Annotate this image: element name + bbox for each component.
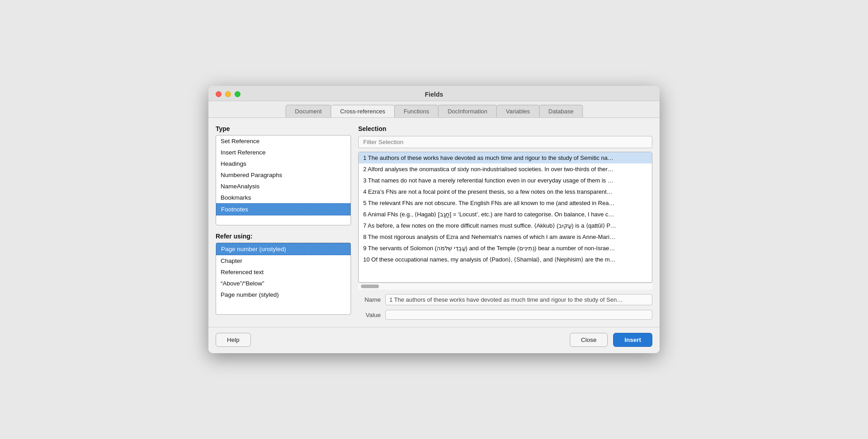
window-title: Fields bbox=[425, 91, 443, 98]
type-label: Type bbox=[216, 125, 351, 132]
selection-item-1[interactable]: 1 The authors of these works have devote… bbox=[359, 152, 652, 163]
refer-item-page-styled[interactable]: Page number (styled) bbox=[216, 289, 351, 300]
maximize-button[interactable] bbox=[235, 91, 240, 97]
tab-database[interactable]: Database bbox=[539, 105, 583, 117]
name-label: Name bbox=[358, 296, 381, 303]
name-row: Name 1 The authors of these works have d… bbox=[358, 294, 652, 305]
insert-button[interactable]: Insert bbox=[613, 333, 652, 347]
selection-label: Selection bbox=[358, 125, 652, 132]
type-item-numbered-paragraphs[interactable]: Numbered Paragraphs bbox=[216, 169, 351, 181]
selection-item-6[interactable]: 6 Animal FNs (e.g., ⟨Hagab⟩ [חָגָב] = ‘L… bbox=[359, 209, 652, 220]
help-button[interactable]: Help bbox=[216, 333, 251, 347]
footer-right-buttons: Close Insert bbox=[570, 333, 652, 347]
type-listbox[interactable]: Set Reference Insert Reference Headings … bbox=[216, 135, 351, 225]
type-item-insert-reference[interactable]: Insert Reference bbox=[216, 147, 351, 158]
refer-item-chapter[interactable]: Chapter bbox=[216, 255, 351, 266]
selection-item-10[interactable]: 10 Of these occupational names, my analy… bbox=[359, 254, 652, 265]
tab-functions[interactable]: Functions bbox=[394, 105, 439, 117]
main-content: Type Set Reference Insert Reference Head… bbox=[208, 118, 660, 327]
selection-item-3[interactable]: 3 That names do not have a merely refere… bbox=[359, 175, 652, 186]
name-value: 1 The authors of these works have devote… bbox=[385, 294, 652, 305]
scrollbar-thumb[interactable] bbox=[361, 285, 379, 288]
refer-listbox[interactable]: Page number (unstyled) Chapter Reference… bbox=[216, 243, 351, 315]
refer-label: Refer using: bbox=[216, 233, 351, 240]
type-item-set-reference[interactable]: Set Reference bbox=[216, 135, 351, 147]
horizontal-scrollbar[interactable] bbox=[358, 283, 652, 290]
close-dialog-button[interactable]: Close bbox=[570, 333, 608, 347]
footer: Help Close Insert bbox=[208, 327, 660, 353]
tab-docinformation[interactable]: DocInformation bbox=[438, 105, 497, 117]
refer-section: Refer using: Page number (unstyled) Chap… bbox=[216, 233, 351, 315]
tab-document[interactable]: Document bbox=[286, 105, 331, 117]
filter-input[interactable] bbox=[358, 136, 652, 148]
selection-item-5[interactable]: 5 The relevant FNs are not obscure. The … bbox=[359, 197, 652, 209]
close-button[interactable] bbox=[216, 91, 222, 97]
left-panel: Type Set Reference Insert Reference Head… bbox=[216, 125, 351, 320]
selection-item-2[interactable]: 2 Alford analyses the onomastica of sixt… bbox=[359, 163, 652, 175]
value-row: Value bbox=[358, 310, 652, 320]
refer-item-above-below[interactable]: “Above”/“Below” bbox=[216, 278, 351, 289]
selection-item-8[interactable]: 8 The most rigorous analysis of Ezra and… bbox=[359, 231, 652, 243]
minimize-button[interactable] bbox=[225, 91, 231, 97]
tabs-bar: Document Cross-references Functions DocI… bbox=[208, 101, 660, 118]
value-label: Value bbox=[358, 312, 381, 318]
value-field[interactable] bbox=[385, 310, 652, 320]
selection-item-7[interactable]: 7 As before, a few notes on the more dif… bbox=[359, 220, 652, 231]
tab-variables[interactable]: Variables bbox=[496, 105, 539, 117]
refer-item-page-unstyled[interactable]: Page number (unstyled) bbox=[216, 243, 351, 255]
tab-cross-references[interactable]: Cross-references bbox=[331, 105, 395, 117]
selection-item-9[interactable]: 9 The servants of Solomon (עַבְדֵי שְׁלֹ… bbox=[359, 243, 652, 254]
selection-item-4[interactable]: 4 Ezra’s FNs are not a focal point of th… bbox=[359, 186, 652, 197]
type-item-footnotes[interactable]: Footnotes bbox=[216, 203, 351, 215]
dialog: Fields Document Cross-references Functio… bbox=[208, 86, 660, 353]
selection-listbox[interactable]: 1 The authors of these works have devote… bbox=[358, 152, 652, 283]
titlebar: Fields bbox=[208, 86, 660, 101]
right-panel: Selection 1 The authors of these works h… bbox=[358, 125, 652, 320]
refer-item-referenced-text[interactable]: Referenced text bbox=[216, 266, 351, 278]
type-item-bookmarks[interactable]: Bookmarks bbox=[216, 192, 351, 203]
type-item-nameanalysis[interactable]: NameAnalysis bbox=[216, 181, 351, 192]
type-item-headings[interactable]: Headings bbox=[216, 158, 351, 169]
